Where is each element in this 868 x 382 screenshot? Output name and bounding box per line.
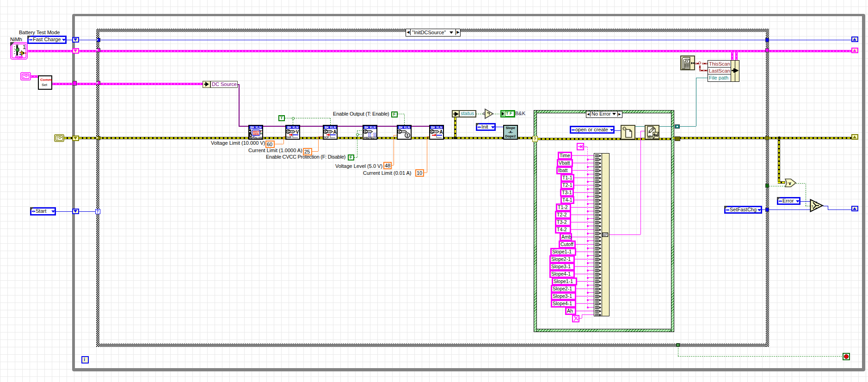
svg-text:A: A [333,129,336,135]
svg-text:BK XLN: BK XLN [399,126,410,129]
svg-text:?: ? [812,205,813,208]
svg-text:V: V [296,129,299,135]
svg-text:XIDN: XIDN [253,133,259,136]
svg-text:BK XLN: BK XLN [364,126,376,129]
svg-text:PROTECT: PROTECT [364,136,376,139]
svg-text:1: 1 [23,44,26,50]
svg-text:BK XLN: BK XLN [287,126,299,129]
svg-text:OCP: OCP [323,136,329,139]
svg-text:INITIALIZE: INITIALIZE [249,136,263,139]
svg-text:ab: ab [647,135,652,139]
svg-text:OVP: OVP [286,136,291,139]
svg-text:BK XLN: BK XLN [325,126,336,129]
svg-text:A: A [439,129,443,135]
svg-text:F: F [816,207,818,210]
svg-text:BK XLN: BK XLN [431,126,443,129]
svg-text:BK XLN: BK XLN [250,126,262,129]
svg-text:v: v [788,181,791,186]
svg-text:T: T [816,201,818,204]
